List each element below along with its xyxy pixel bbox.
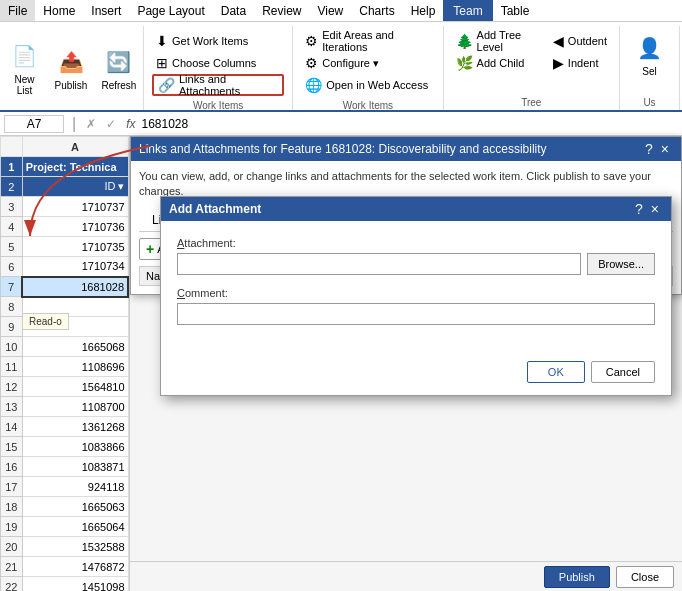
row-num-header xyxy=(1,137,23,157)
user-icon: 👤 xyxy=(634,32,666,64)
workitems2-buttons: ⚙ Edit Areas and Iterations ⚙ Configure … xyxy=(299,28,436,98)
row-num: 20 xyxy=(1,537,23,557)
ok-button[interactable]: OK xyxy=(527,361,585,383)
indent-button[interactable]: ▶ Indent xyxy=(549,52,611,74)
menu-review[interactable]: Review xyxy=(254,0,309,21)
outdent-label: Outdent xyxy=(568,35,607,47)
choose-columns-icon: ⊞ xyxy=(156,55,168,71)
configure-button[interactable]: ⚙ Configure ▾ xyxy=(301,52,434,74)
refresh-button[interactable]: 🔄 Refresh xyxy=(95,28,142,108)
project-cell[interactable]: Project: Technica xyxy=(22,157,128,177)
table-row: 22 1451098 xyxy=(1,577,129,592)
function-icon: fx xyxy=(126,117,135,131)
cancel-button[interactable]: Cancel xyxy=(591,361,655,383)
menu-help[interactable]: Help xyxy=(403,0,444,21)
add-child-button[interactable]: 🌿 Add Child xyxy=(452,52,541,74)
menu-table[interactable]: Table xyxy=(493,0,538,21)
bottom-close-button[interactable]: Close xyxy=(616,566,674,588)
ribbon-group-tree: 🌲 Add Tree Level 🌿 Add Child ◀ Outdent ▶… xyxy=(444,26,620,110)
menu-file[interactable]: File xyxy=(0,0,35,21)
row-num: 2 xyxy=(1,177,23,197)
id-header-cell[interactable]: ID ▾ xyxy=(22,177,128,197)
data-cell[interactable]: 1710737 xyxy=(22,197,128,217)
menu-home[interactable]: Home xyxy=(35,0,83,21)
table-row: 1 Project: Technica xyxy=(1,157,129,177)
add-child-label: Add Child xyxy=(477,57,525,69)
tree-buttons-left: 🌲 Add Tree Level 🌿 Add Child xyxy=(450,28,543,76)
tree-buttons-right: ◀ Outdent ▶ Indent xyxy=(547,28,613,76)
data-cell[interactable]: 1532588 xyxy=(22,537,128,557)
data-cell[interactable]: 1665063 xyxy=(22,497,128,517)
table-row: 19 1665064 xyxy=(1,517,129,537)
bottom-bar: Publish Close xyxy=(130,561,682,591)
links-attachments-button[interactable]: 🔗 Links and Attachments xyxy=(152,74,284,96)
row-num: 5 xyxy=(1,237,23,257)
modal-close-button[interactable]: × xyxy=(647,201,663,217)
ribbon-group-workitems: ⬇ Get Work Items ⊞ Choose Columns 🔗 Link… xyxy=(144,26,293,110)
menu-charts[interactable]: Charts xyxy=(351,0,402,21)
table-row: 15 1083866 xyxy=(1,437,129,457)
new-list-button[interactable]: 📄 NewList xyxy=(3,28,47,108)
publish-button[interactable]: 📤 Publish xyxy=(49,28,94,108)
table-row: 17 924118 xyxy=(1,477,129,497)
open-web-icon: 🌐 xyxy=(305,77,322,93)
modal-help-button[interactable]: ? xyxy=(631,201,647,217)
data-cell[interactable]: 1665068 xyxy=(22,337,128,357)
open-web-button[interactable]: 🌐 Open in Web Access xyxy=(301,74,434,96)
modal-title: Add Attachment xyxy=(169,202,631,216)
add-tree-level-button[interactable]: 🌲 Add Tree Level xyxy=(452,30,541,52)
formula-input[interactable] xyxy=(142,117,679,131)
table-row: 21 1476872 xyxy=(1,557,129,577)
outdent-button[interactable]: ◀ Outdent xyxy=(549,30,611,52)
comment-field: Comment: xyxy=(177,287,655,325)
data-cell[interactable]: 1710735 xyxy=(22,237,128,257)
selected-cell-a7[interactable]: 1681028 xyxy=(22,277,128,297)
data-cell[interactable]: 1108700 xyxy=(22,397,128,417)
data-cell[interactable]: 1710736 xyxy=(22,217,128,237)
links-dialog-close-button[interactable]: × xyxy=(657,141,673,157)
data-cell[interactable]: 1665064 xyxy=(22,517,128,537)
attachment-field: Attachment: Browse... xyxy=(177,237,655,275)
data-cell[interactable]: 1564810 xyxy=(22,377,128,397)
data-cell[interactable]: 1108696 xyxy=(22,357,128,377)
menu-data[interactable]: Data xyxy=(213,0,254,21)
table-row: 11 1108696 xyxy=(1,357,129,377)
choose-columns-label: Choose Columns xyxy=(172,57,256,69)
ribbon: 📄 NewList 📤 Publish 🔄 Refresh ⬇ Get Work… xyxy=(0,22,682,112)
get-work-items-icon: ⬇ xyxy=(156,33,168,49)
edit-areas-button[interactable]: ⚙ Edit Areas and Iterations xyxy=(301,30,434,52)
bottom-publish-button[interactable]: Publish xyxy=(544,566,610,588)
col-a-header: A xyxy=(22,137,128,157)
data-cell[interactable]: 1476872 xyxy=(22,557,128,577)
get-work-items-button[interactable]: ⬇ Get Work Items xyxy=(152,30,284,52)
data-cell[interactable]: 1083871 xyxy=(22,457,128,477)
select-label: Sel xyxy=(642,66,656,77)
user-group-label: Us xyxy=(643,95,655,108)
data-cell[interactable]: 1451098 xyxy=(22,577,128,592)
data-cell[interactable]: 1710734 xyxy=(22,257,128,277)
comment-input[interactable] xyxy=(177,303,655,325)
select-user-button[interactable]: 👤 Sel xyxy=(628,28,672,81)
row-num: 4 xyxy=(1,217,23,237)
data-cell[interactable]: 924118 xyxy=(22,477,128,497)
browse-button[interactable]: Browse... xyxy=(587,253,655,275)
row-num: 22 xyxy=(1,577,23,592)
table-row: 13 1108700 xyxy=(1,397,129,417)
menu-insert[interactable]: Insert xyxy=(83,0,129,21)
links-dialog-help-button[interactable]: ? xyxy=(641,141,657,157)
data-cell[interactable]: 1083866 xyxy=(22,437,128,457)
menu-view[interactable]: View xyxy=(309,0,351,21)
menu-team[interactable]: Team xyxy=(443,0,492,21)
menu-page-layout[interactable]: Page Layout xyxy=(129,0,212,21)
data-cell[interactable]: 1361268 xyxy=(22,417,128,437)
ribbon-buttons-main: 📄 NewList 📤 Publish 🔄 Refresh xyxy=(3,28,143,108)
new-list-icon: 📄 xyxy=(9,40,41,72)
cell-reference[interactable] xyxy=(4,115,64,133)
row-num: 9 xyxy=(1,317,23,337)
fx-label: ✗ xyxy=(86,117,96,131)
attachment-input[interactable] xyxy=(177,253,581,275)
add-attachment-dialog: Add Attachment ? × Attachment: Browse...… xyxy=(160,196,672,396)
modal-title-bar: Add Attachment ? × xyxy=(161,197,671,221)
choose-columns-button[interactable]: ⊞ Choose Columns xyxy=(152,52,284,74)
attachment-label: Attachment: xyxy=(177,237,655,249)
